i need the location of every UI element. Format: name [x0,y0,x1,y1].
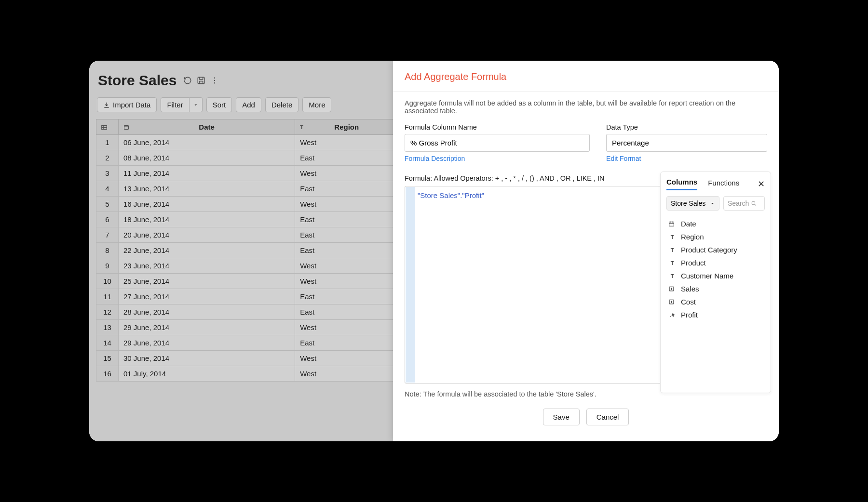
column-type-icon [668,299,676,305]
save-button[interactable]: Save [543,409,580,425]
row-number: 13 [96,320,119,335]
table-cell[interactable]: West [295,135,398,150]
column-header[interactable]: Date [119,119,295,135]
refresh-icon[interactable] [183,76,192,85]
column-name: Customer Name [681,272,733,280]
table-cell[interactable]: 11 June, 2014 [119,166,295,181]
row-number: 9 [96,258,119,274]
row-number: 16 [96,366,119,382]
column-list-item[interactable]: Cost [666,295,765,308]
svg-point-1 [214,78,215,79]
table-cell[interactable]: East [295,243,398,258]
row-number: 11 [96,289,119,304]
data-type-select[interactable] [606,134,767,152]
table-cell[interactable]: 28 June, 2014 [119,304,295,320]
column-header[interactable]: TRegion [295,119,398,135]
svg-point-2 [214,80,215,81]
table-cell[interactable]: East [295,289,398,304]
column-list-item[interactable]: TCustomer Name [666,269,765,282]
row-number: 8 [96,243,119,258]
panel-title: Add Aggregate Formula [405,71,767,82]
add-button[interactable]: Add [236,97,261,112]
table-cell[interactable]: 23 June, 2014 [119,258,295,274]
row-number: 2 [96,150,119,166]
sort-button[interactable]: Sort [206,97,232,112]
column-type-icon: T [668,273,676,279]
search-icon [751,200,757,207]
row-number: 15 [96,351,119,366]
table-cell[interactable]: West [295,258,398,274]
svg-rect-5 [124,125,129,129]
table-cell[interactable]: 30 June, 2014 [119,351,295,366]
table-cell[interactable]: West [295,166,398,181]
table-cell[interactable]: 18 June, 2014 [119,212,295,227]
data-type-label: Data Type [606,123,767,131]
column-list-item[interactable]: TRegion [666,230,765,243]
table-cell[interactable]: 20 June, 2014 [119,227,295,243]
import-label: Import Data [113,101,150,109]
formula-name-label: Formula Column Name [405,123,590,131]
cancel-button[interactable]: Cancel [586,409,629,425]
table-cell[interactable]: West [295,197,398,212]
column-type-icon: T [668,234,676,240]
table-cell[interactable]: West [295,351,398,366]
formula-name-input[interactable] [405,134,590,152]
table-cell[interactable]: West [295,274,398,289]
columns-side-panel: Columns Functions ✕ Store Sales Search D… [660,172,771,393]
table-cell[interactable]: West [295,320,398,335]
more-vertical-icon[interactable] [210,76,219,85]
table-cell[interactable]: East [295,150,398,166]
row-number: 10 [96,274,119,289]
filter-button[interactable]: Filter [161,97,189,112]
page-title: Store Sales [98,72,176,89]
table-cell[interactable]: 29 June, 2014 [119,335,295,351]
chevron-down-icon [710,201,715,206]
table-cell[interactable]: 29 June, 2014 [119,320,295,335]
column-list-item[interactable]: TProduct Category [666,243,765,256]
table-cell[interactable]: East [295,335,398,351]
table-cell[interactable]: 22 June, 2014 [119,243,295,258]
import-data-button[interactable]: Import Data [97,97,157,112]
column-search-input[interactable]: Search [723,196,765,211]
table-cell[interactable]: 08 June, 2014 [119,150,295,166]
formula-description-link[interactable]: Formula Description [405,155,465,162]
formula-text: "Store Sales"."Profit" [418,191,484,199]
row-number: 1 [96,135,119,150]
column-list-item[interactable]: .#Profit [666,308,765,321]
source-table-select[interactable]: Store Sales [666,196,719,211]
column-list-item[interactable]: Date [666,217,765,230]
delete-button[interactable]: Delete [265,97,298,112]
table-cell[interactable]: 27 June, 2014 [119,289,295,304]
column-list-item[interactable]: Sales [666,282,765,295]
tab-functions[interactable]: Functions [708,179,739,190]
row-number: 7 [96,227,119,243]
table-cell[interactable]: West [295,366,398,382]
filter-dropdown-button[interactable] [190,97,203,112]
tab-columns[interactable]: Columns [666,178,697,190]
table-cell[interactable]: 13 June, 2014 [119,181,295,197]
table-cell[interactable]: 25 June, 2014 [119,274,295,289]
column-name: Date [681,220,696,228]
panel-hint: Aggregate formula will not be added as a… [405,99,767,115]
save-icon[interactable] [197,76,205,85]
row-number: 6 [96,212,119,227]
table-cell[interactable]: 16 June, 2014 [119,197,295,212]
more-button[interactable]: More [302,97,331,112]
table-cell[interactable]: East [295,212,398,227]
table-cell[interactable]: East [295,304,398,320]
table-cell[interactable]: East [295,181,398,197]
column-name: Product Category [681,246,737,254]
row-number: 5 [96,197,119,212]
column-type-icon: .# [668,312,676,318]
table-cell[interactable]: 01 July, 2014 [119,366,295,382]
corner-cell[interactable] [96,119,119,135]
close-icon[interactable]: ✕ [758,179,765,189]
row-number: 14 [96,335,119,351]
row-number: 4 [96,181,119,197]
table-cell[interactable]: 06 June, 2014 [119,135,295,150]
edit-format-link[interactable]: Edit Format [606,155,641,162]
column-type-icon: T [668,260,676,266]
column-list-item[interactable]: TProduct [666,256,765,269]
table-cell[interactable]: East [295,227,398,243]
search-placeholder: Search [728,199,749,207]
